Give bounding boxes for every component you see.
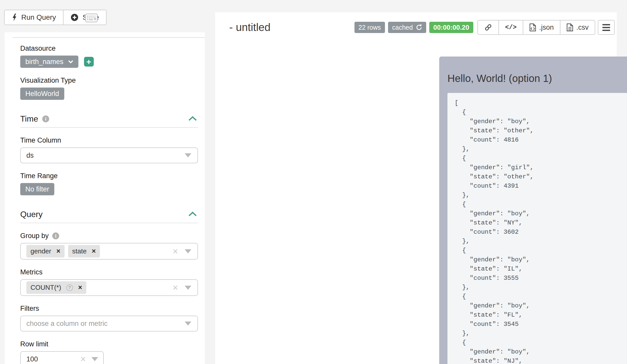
clear-select-icon[interactable]: × [173, 247, 178, 256]
remove-tag-icon[interactable]: × [92, 248, 96, 255]
metrics-label: Metrics [20, 268, 198, 276]
row-limit-select[interactable]: 100 × [20, 351, 104, 364]
code-icon: </> [505, 24, 517, 31]
result-header: - untitled 22 rows cached 00:00:00.20 [215, 12, 617, 42]
info-icon: i [42, 115, 49, 122]
query-section-title: Query [20, 210, 43, 219]
export-csv-button[interactable]: .csv [560, 20, 595, 35]
chart-options-menu-button[interactable] [598, 20, 615, 35]
row-count-label: 22 rows [359, 24, 381, 31]
remove-tag-icon[interactable]: × [78, 284, 82, 291]
time-column-label: Time Column [20, 136, 198, 144]
json-result-text: [ { "gender": "boy", "state": "other", "… [455, 99, 627, 364]
export-json-button[interactable]: .json [523, 20, 560, 35]
sidebar-top-divider [13, 37, 205, 38]
result-panel: - untitled 22 rows cached 00:00:00.20 [215, 12, 617, 364]
row-limit-label: Row limit [20, 340, 198, 348]
time-section-title: Time [20, 114, 38, 124]
caret-down-icon [185, 322, 191, 326]
caret-down-icon [185, 153, 191, 157]
datasource-select[interactable]: birth_names [20, 56, 78, 68]
question-circle-icon: ? [66, 284, 73, 291]
group-by-label: Group by [20, 232, 49, 240]
metrics-tag-count: COUNT(*) ? × [26, 281, 86, 294]
row-limit-value: 100 [26, 355, 38, 363]
group-by-tag-gender: gender × [26, 245, 65, 258]
link-icon [484, 23, 492, 31]
tag-label: COUNT(*) [30, 284, 61, 292]
query-section: Query Group by i gender [20, 210, 198, 364]
time-section: Time i Time Column ds [20, 114, 198, 195]
cached-badge[interactable]: cached [388, 22, 426, 33]
chevron-up-icon [188, 116, 197, 121]
file-text-icon [567, 23, 573, 31]
time-column-value: ds [26, 152, 34, 159]
refresh-icon [416, 24, 422, 30]
row-limit-field: Row limit 100 × [20, 340, 198, 364]
chart-title: Hello, World! (option 1) [440, 57, 627, 84]
timer-label: 00:00:00.20 [433, 24, 469, 31]
plus-icon: + [86, 58, 91, 66]
add-datasource-button[interactable]: + [84, 57, 94, 67]
clear-select-icon[interactable]: × [173, 283, 178, 292]
filters-field: Filters choose a column or metric [20, 305, 198, 331]
time-column-select[interactable]: ds [20, 147, 198, 163]
copy-link-button[interactable] [477, 20, 499, 35]
filters-label: Filters [20, 305, 198, 313]
time-range-field: Time Range No filter [20, 172, 198, 195]
viz-type-label: Visualization Type [20, 77, 198, 84]
time-section-collapse-button[interactable] [187, 115, 198, 123]
time-range-label: Time Range [20, 172, 198, 180]
keyboard-shortcuts-button[interactable] [85, 13, 98, 23]
chart-container: Hello, World! (option 1) [ { "gender": "… [439, 57, 627, 364]
filters-placeholder: choose a column or metric [26, 320, 108, 328]
time-range-button[interactable]: No filter [20, 183, 54, 195]
viz-type-value: HelloWorld [25, 90, 59, 98]
slice-title: - untitled [229, 21, 270, 34]
control-panel-sidebar: Datasource birth_names + Visualization T… [5, 32, 205, 364]
caret-down-icon [185, 286, 191, 290]
keyboard-icon [85, 13, 98, 23]
section-divider [20, 223, 198, 223]
caret-down-icon [185, 249, 191, 253]
datasource-label: Datasource [20, 45, 198, 52]
datasource-field: Datasource birth_names + [20, 45, 198, 68]
group-by-field: Group by i gender × state × [20, 232, 198, 260]
export-button-group: </> .json [477, 20, 595, 35]
clear-select-icon[interactable]: × [80, 355, 86, 364]
tag-label: state [72, 247, 87, 255]
plus-circle-icon [71, 14, 78, 21]
viz-type-button[interactable]: HelloWorld [20, 88, 64, 100]
embed-code-button[interactable]: </> [499, 20, 523, 35]
section-divider [20, 127, 198, 128]
run-query-button[interactable]: Run Query [4, 10, 64, 25]
run-query-label: Run Query [21, 13, 56, 22]
time-range-value: No filter [25, 185, 49, 193]
chevron-up-icon [188, 211, 197, 217]
group-by-tag-state: state × [68, 245, 100, 258]
export-json-label: .json [539, 24, 554, 31]
info-icon: i [52, 232, 59, 239]
tag-label: gender [30, 247, 51, 255]
query-section-collapse-button[interactable] [187, 210, 198, 218]
metrics-select[interactable]: COUNT(*) ? × × [20, 279, 198, 296]
datasource-value: birth_names [25, 58, 64, 66]
remove-tag-icon[interactable]: × [56, 248, 60, 255]
json-result-block: [ { "gender": "boy", "state": "other", "… [447, 93, 627, 364]
viz-type-field: Visualization Type HelloWorld [20, 77, 198, 100]
filters-select[interactable]: choose a column or metric [20, 316, 198, 331]
hamburger-icon [602, 24, 610, 25]
export-csv-label: .csv [576, 24, 589, 31]
chevron-down-icon [68, 60, 73, 63]
time-column-field: Time Column ds [20, 136, 198, 163]
bolt-icon [12, 14, 17, 21]
metrics-field: Metrics COUNT(*) ? × × [20, 268, 198, 296]
caret-down-icon [91, 357, 98, 361]
query-timer-badge: 00:00:00.20 [429, 22, 473, 33]
file-code-icon [529, 23, 536, 31]
group-by-select[interactable]: gender × state × × [20, 243, 198, 260]
row-count-badge: 22 rows [354, 22, 385, 33]
superset-explore-view: Run Query Save Datasource birth [0, 0, 627, 364]
cached-label: cached [392, 24, 413, 31]
